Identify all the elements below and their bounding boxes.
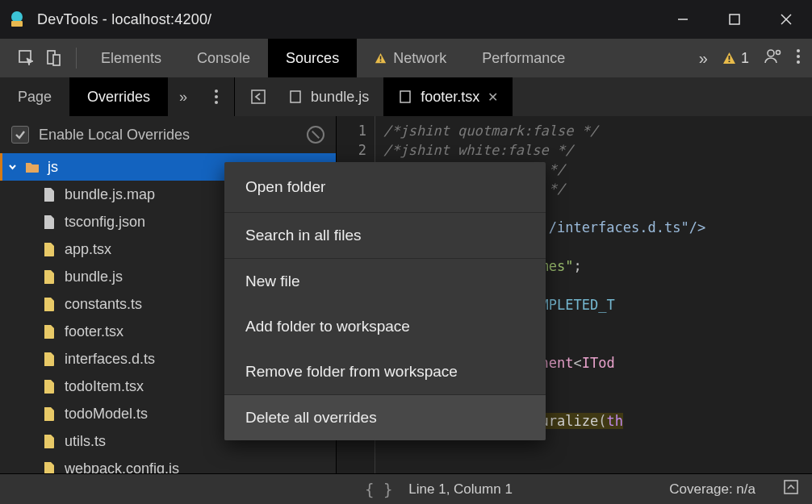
navigator-menu-icon[interactable] xyxy=(199,77,234,116)
main-tab-network[interactable]: Network xyxy=(357,39,464,77)
file-icon xyxy=(42,242,57,256)
device-toolbar-icon[interactable] xyxy=(40,46,68,70)
close-tab-icon[interactable]: ✕ xyxy=(488,90,498,105)
file-name: constants.ts xyxy=(65,296,142,313)
expand-up-icon[interactable] xyxy=(783,479,799,499)
file-icon xyxy=(42,461,57,473)
inspect-element-icon[interactable] xyxy=(13,46,40,70)
svg-rect-1 xyxy=(11,21,23,27)
svg-rect-11 xyxy=(729,56,730,60)
more-tabs-chevron-icon[interactable]: » xyxy=(699,49,708,68)
svg-rect-22 xyxy=(291,91,300,102)
file-name: utils.ts xyxy=(65,433,106,450)
svg-point-20 xyxy=(215,101,218,104)
file-tab-label: bundle.js xyxy=(311,89,369,106)
file-icon xyxy=(42,406,57,421)
cursor-position: Line 1, Column 1 xyxy=(408,481,513,498)
app-icon xyxy=(8,10,26,28)
file-icon xyxy=(42,269,57,284)
enable-overrides-checkbox[interactable] xyxy=(11,126,29,144)
nav-history-icon[interactable] xyxy=(245,82,274,111)
svg-rect-12 xyxy=(729,60,730,62)
warning-count-badge[interactable]: 1 xyxy=(722,50,749,67)
svg-point-17 xyxy=(797,60,800,64)
svg-point-13 xyxy=(768,50,774,56)
file-icon xyxy=(42,352,57,366)
svg-rect-9 xyxy=(380,56,382,59)
file-name: app.tsx xyxy=(65,241,111,258)
file-name: footer.tsx xyxy=(65,323,123,340)
file-icon xyxy=(42,187,57,202)
main-tab-performance[interactable]: Performance xyxy=(464,39,583,77)
folder-name: js xyxy=(48,159,58,176)
context-menu-item[interactable]: Open folder xyxy=(224,162,546,212)
svg-rect-24 xyxy=(785,481,797,494)
context-menu-item[interactable]: Search in all files xyxy=(224,213,546,258)
coverage-status: Coverage: n/a xyxy=(669,481,755,498)
file-icon xyxy=(42,434,57,448)
file-name: webpack.config.js xyxy=(65,460,179,474)
svg-rect-8 xyxy=(53,55,60,65)
context-menu-item[interactable]: Remove folder from workspace xyxy=(224,349,546,394)
file-tab-label: footer.tsx xyxy=(421,89,479,106)
context-menu-item[interactable]: Delete all overrides xyxy=(224,395,546,440)
file-name: interfaces.d.ts xyxy=(65,351,155,368)
clear-icon[interactable] xyxy=(307,126,324,144)
context-menu-item[interactable]: New file xyxy=(224,259,546,304)
main-tab-console[interactable]: Console xyxy=(179,39,268,77)
context-menu: Open folderSearch in all filesNew fileAd… xyxy=(224,162,546,440)
file-row[interactable]: webpack.config.js xyxy=(0,455,336,473)
more-panes-chevron-icon[interactable]: » xyxy=(168,77,199,116)
file-name: bundle.js.map xyxy=(65,186,155,203)
file-tab[interactable]: footer.tsx✕ xyxy=(383,77,513,116)
enable-overrides-label: Enable Local Overrides xyxy=(39,127,190,144)
account-icon[interactable] xyxy=(764,48,781,69)
window-title: DevTools - localhost:4200/ xyxy=(37,11,211,28)
context-menu-item[interactable]: Add folder to workspace xyxy=(224,304,546,349)
file-name: bundle.js xyxy=(65,269,123,285)
minimize-button[interactable] xyxy=(657,0,709,39)
svg-rect-3 xyxy=(730,15,739,24)
status-bar: { } Line 1, Column 1 Coverage: n/a xyxy=(0,473,812,504)
pretty-print-icon[interactable]: { } xyxy=(365,481,392,498)
file-icon xyxy=(42,297,57,311)
file-name: todoModel.ts xyxy=(65,406,148,423)
main-toolbar: ElementsConsoleSourcesNetworkPerformance… xyxy=(0,39,812,77)
svg-point-0 xyxy=(11,11,23,23)
folder-icon xyxy=(25,160,40,174)
warning-count: 1 xyxy=(741,50,749,67)
file-icon xyxy=(42,215,57,229)
svg-rect-10 xyxy=(380,60,382,61)
file-tab[interactable]: bundle.js xyxy=(274,77,383,116)
main-tab-sources[interactable]: Sources xyxy=(268,39,357,77)
file-name: todoItem.tsx xyxy=(65,378,144,395)
svg-point-14 xyxy=(776,51,781,55)
svg-point-16 xyxy=(797,55,800,58)
svg-point-15 xyxy=(797,49,800,52)
navigator-tab-page[interactable]: Page xyxy=(0,77,69,116)
close-button[interactable] xyxy=(760,0,812,39)
file-icon xyxy=(288,90,303,104)
file-name: tsconfig.json xyxy=(65,214,145,231)
svg-rect-21 xyxy=(252,90,265,103)
main-tab-elements[interactable]: Elements xyxy=(83,39,179,77)
navigator-tabs: PageOverrides » bundle.jsfooter.tsx✕ xyxy=(0,77,812,116)
file-icon xyxy=(42,324,57,339)
file-icon xyxy=(398,90,412,104)
file-icon xyxy=(42,379,57,394)
kebab-menu-icon[interactable] xyxy=(796,48,801,68)
svg-point-19 xyxy=(215,95,218,98)
svg-rect-23 xyxy=(400,91,410,102)
navigator-tab-overrides[interactable]: Overrides xyxy=(69,77,168,116)
svg-point-18 xyxy=(215,90,218,93)
title-bar: DevTools - localhost:4200/ xyxy=(0,0,812,39)
maximize-button[interactable] xyxy=(709,0,760,39)
